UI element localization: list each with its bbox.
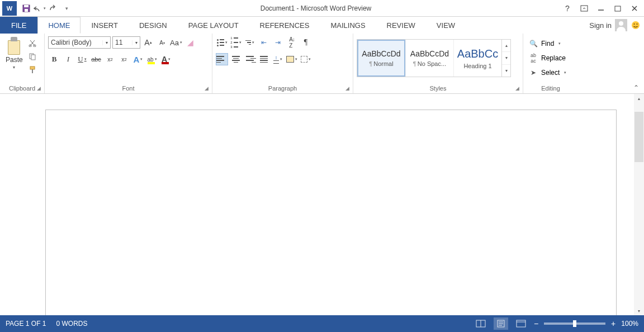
undo-button[interactable]: ▾ [34,2,46,15]
numbering-button[interactable]: 123▾ [230,36,242,49]
svg-rect-5 [615,6,621,11]
clear-formatting-button[interactable]: ◢ [184,36,196,49]
vertical-scrollbar[interactable]: ▴ ▾ [634,94,644,315]
close-button[interactable] [626,2,643,15]
document-area[interactable] [0,94,634,315]
font-dialog-launcher[interactable]: ◢ [202,84,210,92]
borders-button[interactable]: ▾ [300,53,312,65]
bullets-button[interactable]: ▾ [216,36,228,49]
style-heading-1[interactable]: AaBbCc Heading 1 [453,40,501,77]
highlight-color-button[interactable]: ab▾ [146,53,158,65]
svg-rect-15 [32,69,33,73]
superscript-button[interactable]: x2 [118,53,130,65]
page-canvas[interactable] [45,110,617,315]
bold-button[interactable]: B [48,53,60,65]
feedback-smiley-icon[interactable] [631,20,641,30]
zoom-level[interactable]: 100% [621,320,638,328]
tab-file[interactable]: FILE [0,17,37,34]
help-button[interactable]: ? [559,2,576,15]
font-color-button[interactable]: A▾ [160,53,172,65]
maximize-button[interactable] [609,2,626,15]
tab-page-layout[interactable]: PAGE LAYOUT [178,17,249,34]
increase-indent-button[interactable]: ⇥ [272,36,284,49]
minimize-button[interactable] [593,2,609,15]
user-avatar-placeholder[interactable] [615,19,627,31]
grow-font-button[interactable]: A▴ [142,36,154,49]
window-title: Document1 - Microsoft Word Preview [73,4,559,12]
editing-group-label: Editing [527,83,575,93]
styles-scroll-down[interactable]: ▾ [502,52,510,64]
multilevel-list-button[interactable]: ▾ [244,36,256,49]
align-right-button[interactable] [244,53,256,65]
read-mode-view-button[interactable] [473,317,488,330]
print-layout-view-button[interactable] [494,317,508,330]
show-hide-marks-button[interactable]: ¶ [300,36,312,49]
svg-rect-2 [25,9,28,12]
binoculars-icon: 🔍 [529,40,538,48]
clipboard-icon [6,37,22,55]
tab-insert[interactable]: INSERT [80,17,128,34]
tab-home[interactable]: HOME [37,17,80,34]
decrease-indent-button[interactable]: ⇤ [258,36,270,49]
zoom-in-button[interactable]: + [611,319,615,328]
cursor-icon: ➤ [529,69,538,77]
collapse-ribbon-button[interactable]: ⌃ [632,83,641,92]
underline-button[interactable]: U▾ [76,53,88,65]
sign-in-link[interactable]: Sign in [589,21,612,30]
paste-button[interactable]: Paste ▾ [3,36,25,71]
styles-dialog-launcher[interactable]: ◢ [513,84,521,92]
svg-rect-3 [581,6,588,11]
scroll-down-button[interactable]: ▾ [634,306,644,315]
replace-button[interactable]: abac Replace [527,53,569,64]
styles-scroll-up[interactable]: ▴ [502,40,510,52]
tab-mailings[interactable]: MAILINGS [320,17,376,34]
tab-references[interactable]: REFERENCES [249,17,320,34]
font-size-combo[interactable]: 11▾ [112,36,140,49]
paste-dropdown[interactable]: ▾ [13,65,15,70]
tab-review[interactable]: REVIEW [376,17,426,34]
svg-rect-1 [24,5,29,7]
styles-expand[interactable]: ▾ [502,65,510,77]
redo-button[interactable] [47,2,59,15]
word-app-icon: W [2,1,17,16]
shading-button[interactable]: ▾ [286,53,298,65]
clipboard-dialog-launcher[interactable]: ◢ [35,84,42,92]
save-button[interactable] [20,2,32,15]
paragraph-group-label: Paragraph [216,83,349,93]
zoom-slider[interactable] [544,322,605,325]
web-layout-view-button[interactable] [514,317,528,330]
svg-point-7 [632,21,640,29]
shrink-font-button[interactable]: A▾ [156,36,168,49]
align-left-button[interactable] [216,53,228,65]
ribbon-display-options-button[interactable] [576,2,593,15]
subscript-button[interactable]: x2 [104,53,116,65]
align-center-button[interactable] [230,53,242,65]
svg-rect-22 [517,320,525,327]
svg-rect-14 [30,67,35,69]
line-spacing-button[interactable]: ↕▾ [272,53,284,65]
text-effects-button[interactable]: A▾ [132,53,144,65]
justify-button[interactable] [258,53,270,65]
style-normal[interactable]: AaBbCcDd ¶Normal [357,40,405,77]
svg-point-9 [637,23,638,25]
scroll-up-button[interactable]: ▴ [634,94,644,103]
style-no-spacing[interactable]: AaBbCcDd ¶No Spac... [405,40,453,77]
find-button[interactable]: 🔍 Find▾ [527,38,569,49]
scroll-thumb[interactable] [634,112,643,162]
sort-button[interactable]: A↓Z [286,36,298,49]
zoom-out-button[interactable]: − [534,319,538,328]
page-count-status[interactable]: PAGE 1 OF 1 [6,320,46,328]
copy-button[interactable] [27,51,37,61]
italic-button[interactable]: I [62,53,74,65]
tab-design[interactable]: DESIGN [129,17,178,34]
word-count-status[interactable]: 0 WORDS [56,320,87,328]
strikethrough-button[interactable]: abc [90,53,102,65]
select-button[interactable]: ➤ Select▾ [527,67,569,78]
paragraph-dialog-launcher[interactable]: ◢ [343,84,351,92]
format-painter-button[interactable] [27,65,37,75]
change-case-button[interactable]: Aa▾ [170,36,182,49]
cut-button[interactable] [27,38,37,48]
tab-view[interactable]: VIEW [426,17,466,34]
qat-customize-button[interactable]: ▾ [60,2,73,15]
font-name-combo[interactable]: Calibri (Body)▾ [48,36,111,49]
